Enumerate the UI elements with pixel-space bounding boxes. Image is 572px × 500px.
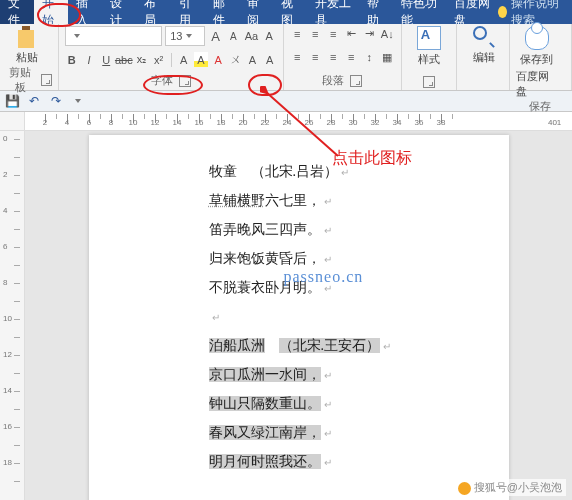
poem2-name: 泊船瓜洲: [209, 338, 265, 353]
strike-button[interactable]: abc: [116, 52, 131, 67]
chevron-down-icon: [186, 34, 192, 38]
superscript-button[interactable]: x²: [151, 52, 165, 67]
clipboard-launcher-icon[interactable]: [41, 74, 52, 86]
italic-button[interactable]: I: [82, 52, 96, 67]
shading-button[interactable]: ▦: [380, 50, 395, 65]
align-left-button[interactable]: ≡: [290, 50, 305, 65]
poem1-line1[interactable]: 草铺横野六七里，↵: [209, 190, 469, 211]
save-cloud-l2: 百度网盘: [516, 69, 558, 99]
font-size-value: 13: [170, 30, 182, 42]
chevron-down-icon: [74, 34, 80, 38]
highlight-button[interactable]: A: [194, 52, 208, 67]
horizontal-ruler[interactable]: 2468101214161820222426283032343638401: [25, 112, 572, 130]
paragraph-group-label: 段落: [322, 73, 344, 88]
watermark-text: passneo.cn: [284, 265, 364, 289]
change-case-button[interactable]: Aa: [244, 29, 259, 44]
indent-inc-button[interactable]: ⇥: [362, 26, 377, 41]
styles-icon: [417, 26, 441, 50]
bullets-button[interactable]: ≡: [290, 26, 305, 41]
find-button[interactable]: 编辑: [463, 26, 505, 65]
group-font: 13 A A Aa A B I U abc x₂ x² A A A ㄨ A A …: [59, 24, 284, 90]
ribbon: 粘贴 剪贴板 13 A A Aa A B I U abc x₂ x²: [0, 24, 572, 91]
paste-button[interactable]: 粘贴: [6, 26, 48, 65]
tab-help[interactable]: 帮助: [359, 0, 393, 24]
tab-layout[interactable]: 布局: [136, 0, 170, 24]
sort-button[interactable]: A↓: [380, 26, 395, 41]
poem2-line1[interactable]: 京口瓜洲一水间，↵: [209, 364, 469, 385]
blank-para[interactable]: ↵: [209, 306, 469, 327]
indent-dec-button[interactable]: ⇤: [344, 26, 359, 41]
tab-special[interactable]: 特色功能: [393, 0, 445, 24]
shrink-font-button[interactable]: A: [226, 29, 241, 44]
paste-label: 粘贴: [16, 50, 38, 65]
justify-button[interactable]: ≡: [344, 50, 359, 65]
source-credit: 搜狐号@小吴泡泡: [454, 479, 566, 496]
tab-home[interactable]: 开始: [34, 0, 68, 24]
line-spacing-button[interactable]: ↕: [362, 50, 377, 65]
group-save-cloud: 保存到 百度网盘 保存: [510, 24, 572, 90]
tab-insert[interactable]: 插入: [68, 0, 102, 24]
tell-me-search[interactable]: 操作说明搜索: [498, 0, 572, 24]
poem2-line3[interactable]: 春风又绿江南岸，↵: [209, 422, 469, 443]
align-center-button[interactable]: ≡: [308, 50, 323, 65]
group-paragraph: ≡ ≡ ≡ ⇤ ⇥ A↓ ≡ ≡ ≡ ≡ ↕ ▦ 段落: [284, 24, 402, 90]
editing-label: 编辑: [473, 50, 495, 65]
text-effects-button[interactable]: A: [177, 52, 191, 67]
save-cloud-l1: 保存到: [520, 52, 553, 67]
vertical-ruler[interactable]: 024681012141618: [0, 131, 25, 500]
tab-mailings[interactable]: 邮件: [205, 0, 239, 24]
poem2-line2[interactable]: 钟山只隔数重山。↵: [209, 393, 469, 414]
subscript-button[interactable]: x₂: [134, 52, 148, 67]
styles-launcher-icon[interactable]: [423, 76, 435, 88]
numbering-button[interactable]: ≡: [308, 26, 323, 41]
ruler-corner: [0, 112, 25, 130]
tab-view[interactable]: 视图: [273, 0, 307, 24]
quick-access-toolbar: 💾 ↶ ↷: [0, 91, 572, 112]
align-right-button[interactable]: ≡: [326, 50, 341, 65]
qat-customize-icon[interactable]: [70, 93, 86, 109]
paragraph-launcher-icon[interactable]: [350, 75, 362, 87]
grow-font-button[interactable]: A: [208, 29, 223, 44]
save-cloud-button[interactable]: 保存到 百度网盘: [516, 26, 558, 99]
find-icon: [473, 26, 495, 48]
lightbulb-icon: [498, 6, 507, 18]
char-shading-button[interactable]: A: [263, 52, 277, 67]
font-size-combo[interactable]: 13: [165, 26, 205, 46]
tab-references[interactable]: 引用: [171, 0, 205, 24]
font-group-label: 字体: [151, 73, 173, 88]
poem2-title[interactable]: 泊船瓜洲 （北宋.王安石）↵: [209, 335, 469, 356]
multilevel-button[interactable]: ≡: [326, 26, 341, 41]
styles-button[interactable]: 样式: [408, 26, 450, 67]
workspace: 024681012141618 牧童 （北宋.吕岩）↵ 草铺横野六七里，↵ 笛弄…: [0, 131, 572, 500]
font-family-combo[interactable]: [65, 26, 163, 46]
group-styles: 样式: [402, 24, 457, 90]
tab-developer[interactable]: 开发工具: [307, 0, 359, 24]
poem2-line4[interactable]: 明月何时照我还。↵: [209, 451, 469, 472]
phonetic-guide-button[interactable]: ㄨ: [228, 52, 242, 67]
bold-button[interactable]: B: [65, 52, 79, 67]
cloud-icon: [525, 26, 549, 50]
group-clipboard: 粘贴 剪贴板: [0, 24, 59, 90]
page-scroll-area[interactable]: 牧童 （北宋.吕岩）↵ 草铺横野六七里，↵ 笛弄晚风三四声。↵ 归来饱饭黄昏后，…: [25, 131, 572, 500]
tab-design[interactable]: 设计: [102, 0, 136, 24]
group-editing: 编辑: [457, 24, 510, 90]
dotted-span: 草铺横野: [209, 193, 265, 208]
underline-button[interactable]: U: [99, 52, 113, 67]
ruler-container: 2468101214161820222426283032343638401: [0, 112, 572, 131]
font-launcher-icon[interactable]: [179, 75, 191, 87]
paste-icon: [16, 26, 38, 48]
font-color-button[interactable]: A: [211, 52, 225, 67]
clipboard-group-label: 剪贴板: [6, 65, 35, 95]
styles-label: 样式: [418, 52, 440, 67]
tab-review[interactable]: 审阅: [239, 0, 273, 24]
tab-file[interactable]: 文件: [0, 0, 34, 24]
clear-format-button[interactable]: A: [262, 29, 277, 44]
poem1-name: 牧童: [209, 164, 237, 179]
poem1-line2[interactable]: 笛弄晚风三四声。↵: [209, 219, 469, 240]
avatar-icon: [458, 482, 471, 495]
poem1-author: （北宋.吕岩）: [251, 164, 339, 179]
tab-baidu[interactable]: 百度网盘: [446, 0, 498, 24]
document-page[interactable]: 牧童 （北宋.吕岩）↵ 草铺横野六七里，↵ 笛弄晚风三四声。↵ 归来饱饭黄昏后，…: [89, 135, 509, 500]
menu-bar: 文件 开始 插入 设计 布局 引用 邮件 审阅 视图 开发工具 帮助 特色功能 …: [0, 0, 572, 24]
char-border-button[interactable]: A: [245, 52, 259, 67]
